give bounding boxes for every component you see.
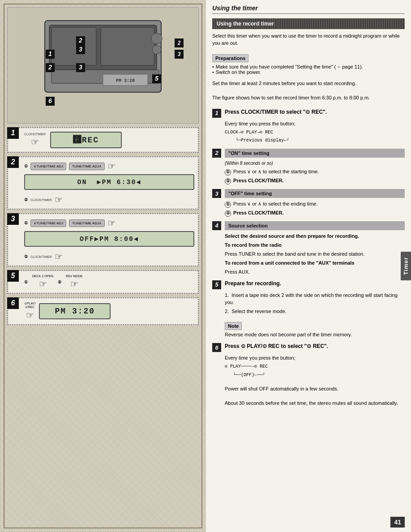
- svg-text:1: 1: [48, 50, 52, 57]
- intro-text: Select this timer when you want to use t…: [212, 33, 405, 47]
- sub-num-2b: ②: [24, 254, 28, 259]
- tune-time-adj-btn-4[interactable]: TUNE/TIME ADJ∧: [69, 219, 105, 227]
- step-6-content: ⊙PLAY/⊙REC ☞ PM 3:20: [24, 302, 194, 321]
- right-step-1-num: 1: [212, 109, 221, 118]
- svg-point-5: [152, 45, 161, 54]
- svg-text:5: 5: [155, 75, 158, 82]
- hand-cursor-5a: ☞: [39, 279, 47, 289]
- right-step-1-content: Every time you press the button; CLOCK→⊙…: [225, 120, 405, 144]
- hand-cursor-6: ☞: [26, 310, 34, 321]
- right-step-4-num: 4: [212, 221, 221, 230]
- step3-line2: ② Press CLOCK/TIMER.: [225, 210, 405, 217]
- step-1-row: CLOCK/TIMER ☞ 🅰REC: [24, 132, 194, 148]
- lcd-display-1: 🅰REC: [50, 132, 122, 148]
- figure-note: The figure shows how to set the record t…: [212, 94, 405, 102]
- step4-aux-text: Press AUX.: [225, 269, 405, 276]
- preparations-label: Preparations: [212, 54, 248, 62]
- step-2-clock-row: ② CLOCK/TIMER ☞: [24, 194, 194, 205]
- lcd-display-2: ON ▶PM 6:30◀: [24, 174, 194, 190]
- preparations-section: Preparations Make sure that you have com…: [212, 54, 405, 75]
- step-1-box: 1 CLOCK/TIMER ☞ 🅰REC: [7, 127, 199, 153]
- within-note: (Within 8 seconds or so): [225, 160, 405, 167]
- right-step-1-title: Press CLOCK/TIMER to select "⊙ REC".: [225, 109, 327, 115]
- svg-rect-2: [51, 27, 96, 65]
- step-2-buttons-row: ① ∨TUNE/TIME ADJ TUNE/TIME ADJ∧ ☞: [24, 161, 194, 172]
- step3-line1: ① Press ∨ or ∧ to select the ending time…: [225, 201, 405, 208]
- step6-line4: Power will shut OFF automatically in a f…: [225, 386, 405, 393]
- right-step-3-header-box: "OFF" time setting: [225, 189, 405, 198]
- step1-line3: └─Previous display←┘: [225, 137, 405, 144]
- step6-line3: └──(OFF)←──┘: [225, 372, 405, 379]
- right-step-6-content: Every time you press the button; ⊙ PLAY─…: [225, 355, 405, 407]
- svg-text:3: 3: [79, 64, 82, 71]
- step-3-content: ① ∨TUNE/TIME ADJ TUNE/TIME ADJ∧ ☞ OFF▶PM…: [24, 218, 194, 262]
- svg-text:6: 6: [48, 97, 52, 104]
- sub-num-1a: ①: [24, 164, 28, 168]
- sub-num-2c: ②: [58, 280, 61, 284]
- right-step-1-header: 1 Press CLOCK/TIMER to select "⊙ REC".: [212, 109, 405, 118]
- right-step-3-header: 3 "OFF" time setting: [212, 189, 405, 198]
- deck2-open-label: DECK 2 OPEN: [32, 275, 53, 278]
- step5-line2: 2. Select the reverse mode.: [225, 308, 405, 315]
- step5-note: Reverse mode does not become part of the…: [225, 331, 405, 339]
- step4-radio-title: To record from the radio: [225, 242, 405, 249]
- hand-cursor-2b: ☞: [55, 194, 63, 205]
- clock-timer-label-1: CLOCK/TIMER: [24, 133, 46, 136]
- page-number: 41: [390, 517, 405, 528]
- hand-cursor-1: ☞: [31, 137, 39, 147]
- svg-text:2: 2: [78, 37, 82, 44]
- step-3-buttons-row: ① ∨TUNE/TIME ADJ TUNE/TIME ADJ∧ ☞: [24, 218, 194, 228]
- right-step-2-header: 2 "ON" time setting: [212, 149, 405, 158]
- right-step-5-header: 5 Prepare for recording.: [212, 280, 405, 289]
- lcd-display-6: PM 3:20: [39, 303, 111, 319]
- right-step-2-content: (Within 8 seconds or so) ① Press ∨ or ∧ …: [225, 160, 405, 184]
- clock-timer-label-3: CLOCK/TIMER: [30, 255, 52, 258]
- step-2-box: 2 ① ∨TUNE/TIME ADJ TUNE/TIME ADJ∧ ☞ ON ▶…: [7, 156, 199, 210]
- svg-text:2: 2: [177, 40, 181, 46]
- device-image-area: 1 2 2 3 2 3 3 5 6 PM: [7, 7, 199, 124]
- right-step-6-header: 6 Press ⊙ PLAY/⊙ REC to select "⊙ REC".: [212, 343, 405, 352]
- step-2-badge: 2: [7, 156, 19, 168]
- step4-radio-text: Press TUNER to select the band and tune …: [225, 251, 405, 258]
- preparations-list: Make sure that you have completed "Setti…: [212, 64, 405, 75]
- step-5-box: 5 ① DECK 2 OPEN ☞ ② REV MODE ☞: [7, 270, 199, 294]
- right-step-4-header-box: Source selection: [225, 221, 405, 230]
- step-2-content: ① ∨TUNE/TIME ADJ TUNE/TIME ADJ∧ ☞ ON ▶PM…: [24, 161, 194, 205]
- note-label: Note: [225, 322, 242, 330]
- tune-time-adj-btn-3[interactable]: ∨TUNE/TIME ADJ: [30, 219, 66, 227]
- step-1-badge: 1: [7, 127, 19, 139]
- step6-line2: ⊙ PLAY────→⊙ REC: [225, 364, 405, 370]
- hand-cursor-5b: ☞: [70, 279, 78, 289]
- step4-title: Select the desired source and then prepa…: [225, 233, 405, 240]
- step-5-badge: 5: [7, 270, 19, 282]
- step6-line5: About 30 seconds before the set time, th…: [225, 400, 405, 407]
- timer-sidebar-label: Timer: [401, 252, 411, 280]
- step1-line1: Every time you press the button;: [225, 120, 405, 128]
- right-step-4-content: Select the desired source and then prepa…: [225, 233, 405, 276]
- right-panel: Using the timer Using the record timer S…: [206, 0, 411, 532]
- right-step-6-title: Press ⊙ PLAY/⊙ REC to select "⊙ REC".: [225, 343, 328, 349]
- sub-num-1c: ①: [24, 280, 28, 284]
- tune-time-adj-btn-2[interactable]: TUNE/TIME ADJ∧: [69, 163, 105, 170]
- set-timer-note: Set the timer at least 2 minutes before …: [212, 80, 405, 87]
- play-rec-label: ⊙PLAY/⊙REC: [24, 302, 35, 309]
- right-step-5-num: 5: [212, 280, 221, 289]
- section-header-record-timer: Using the record timer: [212, 18, 405, 29]
- step-5-content: ① DECK 2 OPEN ☞ ② REV MODE ☞: [24, 275, 194, 289]
- clock-timer-label-2: CLOCK/TIMER: [30, 198, 52, 202]
- step5-line1: 1. Insert a tape into deck 2 with the si…: [225, 292, 405, 306]
- step-6-badge: 6: [7, 297, 19, 309]
- svg-text:PM  3:20: PM 3:20: [116, 78, 135, 83]
- sub-num-1b: ①: [24, 221, 28, 225]
- step2-line1: ① Press ∨ or ∧ to select the starting ti…: [225, 168, 405, 176]
- right-step-2-num: 2: [212, 149, 221, 158]
- step-3-badge: 3: [7, 213, 19, 225]
- step-5-buttons-row: ① DECK 2 OPEN ☞ ② REV MODE ☞: [24, 275, 194, 289]
- step4-aux-title: To record from a unit connected to the "…: [225, 260, 405, 267]
- step1-line2: CLOCK→⊙ PLAY→⊙ REC: [225, 129, 405, 136]
- hand-cursor-3a: ☞: [107, 218, 116, 228]
- step2-line2: ② Press CLOCK/TIMER.: [225, 177, 405, 184]
- step-1-content: CLOCK/TIMER ☞ 🅰REC: [24, 132, 194, 148]
- hand-cursor-3b: ☞: [55, 251, 63, 262]
- tune-time-adj-btn-1[interactable]: ∨TUNE/TIME ADJ: [30, 163, 66, 170]
